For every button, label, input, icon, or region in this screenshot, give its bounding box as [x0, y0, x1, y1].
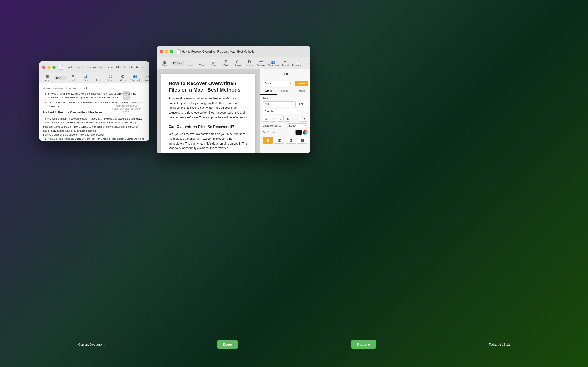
front-comment-icon	[259, 60, 264, 64]
font-name-row: Arial ▾ 11 pt ▲▼	[260, 101, 310, 107]
char-styles-dropdown[interactable]: None* ▾	[287, 123, 308, 128]
front-tb-view[interactable]: View	[159, 59, 170, 68]
align-center-button[interactable]	[274, 137, 285, 144]
front-tb-format[interactable]: Format	[280, 59, 291, 68]
front-document-icon	[295, 60, 300, 64]
extra-format-btn: ⌃▾	[299, 116, 308, 122]
front-format-icon	[284, 60, 287, 64]
front-close-button[interactable]	[160, 50, 163, 53]
update-button[interactable]: Update	[295, 81, 308, 86]
back-steps-list: Activate Time Machine. Open System Prefe…	[43, 137, 145, 141]
font-size-spinner[interactable]: 11 pt ▲▼	[295, 101, 308, 107]
front-tb-text[interactable]: Text	[220, 59, 232, 68]
svg-rect-12	[290, 139, 292, 140]
collaborate-icon	[133, 74, 137, 78]
tab-style[interactable]: Style	[260, 88, 277, 94]
front-minimize-button[interactable]	[165, 50, 168, 53]
text-color-label: Text Colour	[262, 131, 275, 134]
panel-title: Text	[260, 69, 310, 78]
front-tb-document[interactable]: Document	[292, 59, 303, 68]
style-dropdown-chevron: ▾	[290, 82, 291, 85]
svg-rect-7	[267, 140, 268, 141]
color-wheel-button[interactable]	[303, 130, 308, 135]
align-right-button[interactable]	[285, 137, 296, 144]
back-tb-view[interactable]: View	[41, 73, 53, 82]
back-tb-shape[interactable]: Shape	[105, 73, 116, 82]
back-minimize-button[interactable]	[47, 66, 51, 69]
svg-rect-6	[267, 139, 269, 140]
back-tb-table[interactable]: Table	[68, 73, 79, 82]
svg-rect-14	[290, 141, 292, 142]
back-tb-text[interactable]: Text	[92, 73, 104, 82]
back-tb-zoom[interactable]: 125% ▾	[54, 76, 67, 80]
char-styles-label: Character Styles	[262, 124, 281, 127]
front-tb-comment[interactable]: Comment	[256, 59, 267, 68]
tab-more[interactable]: More	[294, 88, 310, 94]
svg-rect-17	[301, 141, 304, 142]
nothing-selected-text: Nothing selected.	[108, 104, 145, 107]
body-style-dropdown[interactable]: Body* ▾	[262, 81, 293, 86]
font-weight-dropdown[interactable]: Regular ▾	[262, 109, 308, 114]
svg-rect-3	[124, 96, 127, 97]
more-text-format-button[interactable]: ⌃▾	[299, 116, 308, 122]
front-collaborate-icon	[271, 60, 276, 64]
font-name-dropdown[interactable]: Arial ▾	[262, 101, 294, 107]
back-traffic-lights	[42, 66, 56, 69]
front-tb-media[interactable]: Media	[244, 59, 255, 68]
restore-button[interactable]: Restore	[351, 340, 376, 349]
back-tb-chart[interactable]: Chart	[80, 73, 91, 82]
back-window: How to Recover Overwritten Files on a Ma…	[39, 61, 149, 141]
back-close-button[interactable]	[42, 66, 45, 69]
font-section-label: Font	[260, 97, 310, 101]
front-tb-collaborate[interactable]: Collaborate	[268, 59, 279, 68]
back-tb-collaborate[interactable]: Collaborate	[130, 73, 141, 82]
svg-rect-11	[278, 141, 281, 142]
panel-tab-bar: Style Layout More	[260, 88, 310, 95]
chart-icon	[83, 74, 88, 78]
front-traffic-lights	[160, 50, 173, 53]
front-window-title: How to Recover Overwritten Files on a Ma…	[177, 49, 254, 54]
done-button[interactable]: Done	[217, 340, 238, 349]
zoom-chevron: ▾	[64, 77, 65, 79]
text-icon	[97, 74, 99, 78]
back-para2: Here is a step-by-step guide on how to r…	[43, 133, 145, 137]
doc-para1: Accidental overwriting of important file…	[169, 96, 248, 120]
align-justify-button[interactable]	[297, 137, 308, 144]
back-maximize-button[interactable]	[52, 66, 56, 69]
front-tb-shape[interactable]: Shape	[232, 59, 243, 68]
strikethrough-button[interactable]: S	[285, 116, 291, 122]
media-icon	[121, 74, 124, 78]
nothing-selected-panel: Nothing selected. Select an object or te…	[108, 90, 145, 113]
front-maximize-button[interactable]	[170, 50, 173, 53]
front-tb-insert[interactable]: ＋ Insert	[184, 59, 196, 67]
back-para1: Time Machine, a built-in backup feature …	[43, 117, 145, 133]
view-icon	[45, 74, 49, 78]
bold-button[interactable]: B	[262, 116, 269, 122]
align-left-button[interactable]	[262, 137, 273, 144]
shape-icon	[109, 74, 112, 78]
svg-rect-1	[124, 93, 129, 93]
underline-button[interactable]: U	[277, 116, 284, 122]
front-tb-more[interactable]	[304, 60, 310, 66]
right-panel: Text Body* ▾ Update Style Layout More Fo…	[260, 69, 310, 153]
timestamp-label: Today at 11:12	[489, 343, 510, 346]
text-color-black-swatch[interactable]	[295, 130, 302, 135]
back-tb-format[interactable]: Format	[142, 73, 149, 82]
current-doc-label: Current Document	[78, 343, 104, 346]
doc-heading: How to Recover Overwritten Files on a Ma…	[169, 80, 248, 93]
front-chart-icon	[212, 60, 216, 64]
front-tb-table[interactable]: Table	[196, 59, 208, 68]
pencil-icon	[120, 90, 133, 102]
front-tb-zoom[interactable]: 125% ▾	[171, 61, 184, 66]
tab-layout[interactable]: Layout	[277, 88, 293, 94]
format-buttons-row: B I U S ⌃▾	[260, 116, 310, 122]
text-color-swatch	[295, 130, 308, 135]
front-table-icon	[200, 60, 203, 64]
italic-button[interactable]: I	[270, 116, 276, 122]
doc-subheading: Can Overwritten Files Be Recovered?	[169, 124, 248, 130]
front-tb-chart[interactable]: Chart	[208, 59, 220, 68]
back-tb-media[interactable]: Media	[117, 73, 129, 82]
doc-para2: Yes, you can recover overwritten files o…	[169, 132, 248, 151]
front-doc-area[interactable]: How to Recover Overwritten Files on a Ma…	[157, 69, 260, 153]
front-text-icon	[225, 60, 227, 64]
